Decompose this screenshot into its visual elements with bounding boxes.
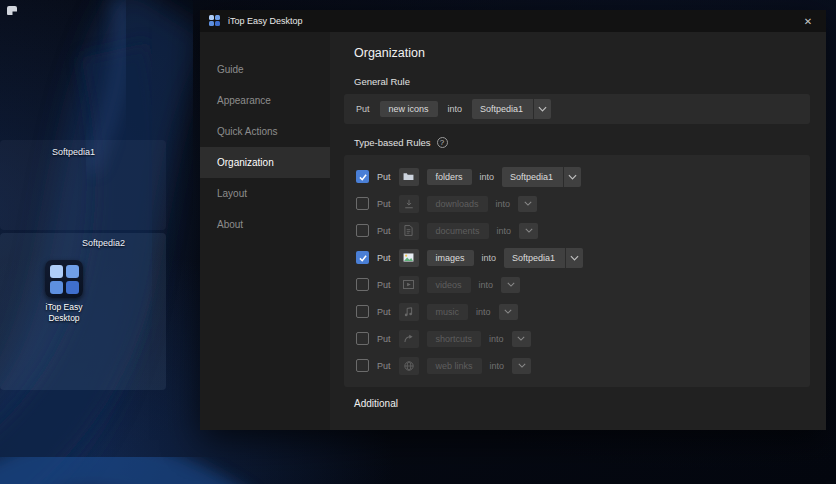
put-label: Put [377, 172, 391, 182]
into-label: into [482, 253, 497, 263]
into-label: into [496, 199, 511, 209]
type-button[interactable]: shortcuts [427, 331, 482, 347]
video-icon[interactable] [399, 276, 419, 294]
app-window: iTop Easy Desktop ✕ Guide Appearance Qui… [200, 10, 826, 430]
put-label: Put [377, 253, 391, 263]
chevron-down-icon [524, 201, 532, 206]
put-label: Put [377, 226, 391, 236]
document-icon[interactable] [399, 222, 419, 240]
chevron-down-icon [518, 363, 526, 368]
general-rule-heading: General Rule [344, 76, 810, 87]
put-label: Put [377, 280, 391, 290]
rule-dropdown-collapsed[interactable] [501, 277, 520, 293]
chevron-down-icon [507, 282, 515, 287]
desktop-box-label[interactable]: Softpedia1 [52, 147, 95, 157]
type-button[interactable]: web links [427, 358, 482, 374]
rule-row-videos: Put videos into [344, 271, 810, 298]
checkbox-unchecked[interactable] [356, 332, 369, 345]
checkbox-unchecked[interactable] [356, 278, 369, 291]
checkbox-unchecked[interactable] [356, 224, 369, 237]
type-rules-heading: Type-based Rules ? [344, 137, 810, 148]
type-button[interactable]: downloads [427, 196, 488, 212]
type-button[interactable]: music [427, 304, 469, 320]
general-rule-dropdown[interactable]: Softpedia1 [472, 99, 551, 119]
music-icon[interactable] [399, 303, 419, 321]
desktop-icon-label: iTop Easy Desktop [34, 302, 94, 324]
rule-row-folders: Put folders into Softpedia1 [344, 163, 810, 190]
put-label: Put [377, 199, 391, 209]
rule-dropdown-collapsed[interactable] [512, 331, 531, 347]
into-label: into [448, 104, 463, 114]
close-icon[interactable]: ✕ [799, 12, 817, 30]
rule-row-shortcuts: Put shortcuts into [344, 325, 810, 352]
checkbox-unchecked[interactable] [356, 305, 369, 318]
rule-dropdown[interactable]: Softpedia1 [504, 248, 583, 268]
new-icons-button[interactable]: new icons [380, 101, 438, 117]
into-label: into [497, 226, 512, 236]
type-rules-heading-text: Type-based Rules [354, 137, 431, 148]
type-rules-panel: Put folders into Softpedia1 [344, 155, 810, 387]
rule-row-images: Put images into Softpedia1 [344, 244, 810, 271]
sidebar-item-guide[interactable]: Guide [200, 54, 330, 85]
type-button[interactable]: images [427, 250, 474, 266]
into-label: into [490, 361, 505, 371]
check-icon [358, 172, 368, 182]
check-icon [358, 253, 368, 263]
chevron-down-icon [533, 99, 551, 119]
rule-row-weblinks: Put web links into [344, 352, 810, 379]
checkbox-checked[interactable] [356, 170, 369, 183]
into-label: into [476, 307, 491, 317]
rule-row-documents: Put documents into [344, 217, 810, 244]
dropdown-value: Softpedia1 [472, 99, 533, 119]
chevron-down-icon [565, 248, 583, 268]
sidebar-item-appearance[interactable]: Appearance [200, 85, 330, 116]
desktop: Softpedia1 Softpedia2 iTop Easy Desktop … [0, 0, 836, 484]
folder-icon[interactable] [399, 168, 419, 186]
page-title: Organization [344, 46, 810, 60]
type-button[interactable]: documents [427, 223, 489, 239]
dropdown-value: Softpedia1 [502, 167, 563, 187]
sidebar-item-about[interactable]: About [200, 209, 330, 240]
desktop-box-label[interactable]: Softpedia2 [82, 238, 125, 248]
app-logo-icon [209, 15, 221, 27]
rule-row-music: Put music into [344, 298, 810, 325]
general-rule-panel: Put new icons into Softpedia1 [344, 94, 810, 124]
sidebar: Guide Appearance Quick Actions Organizat… [200, 32, 330, 430]
itop-logo-icon [45, 260, 83, 298]
titlebar[interactable]: iTop Easy Desktop ✕ [200, 10, 826, 32]
type-button[interactable]: videos [427, 277, 471, 293]
image-icon[interactable] [399, 249, 419, 267]
rule-dropdown-collapsed[interactable] [499, 304, 518, 320]
rule-dropdown-collapsed[interactable] [512, 358, 531, 374]
additional-heading: Additional [344, 398, 810, 409]
into-label: into [480, 172, 495, 182]
chevron-down-icon [525, 228, 533, 233]
shortcut-arrow-icon[interactable] [399, 330, 419, 348]
chevron-down-icon [504, 309, 512, 314]
put-label: Put [356, 104, 370, 114]
put-label: Put [377, 307, 391, 317]
into-label: into [489, 334, 504, 344]
rule-dropdown-collapsed[interactable] [518, 196, 537, 212]
content-pane: Organization General Rule Put new icons … [330, 32, 826, 430]
into-label: into [479, 280, 494, 290]
checkbox-checked[interactable] [356, 251, 369, 264]
rule-dropdown-collapsed[interactable] [519, 223, 538, 239]
type-button[interactable]: folders [427, 169, 472, 185]
sidebar-item-layout[interactable]: Layout [200, 178, 330, 209]
chevron-down-icon [517, 336, 525, 341]
sidebar-item-quick-actions[interactable]: Quick Actions [200, 116, 330, 147]
desktop-icon-itop[interactable]: iTop Easy Desktop [28, 260, 100, 324]
checkbox-unchecked[interactable] [356, 197, 369, 210]
dropdown-value: Softpedia1 [504, 248, 565, 268]
chevron-down-icon [563, 167, 581, 187]
rule-dropdown[interactable]: Softpedia1 [502, 167, 581, 187]
general-rule-heading-text: General Rule [354, 76, 410, 87]
checkbox-unchecked[interactable] [356, 359, 369, 372]
put-label: Put [377, 334, 391, 344]
rule-row-downloads: Put downloads into [344, 190, 810, 217]
sidebar-item-organization[interactable]: Organization [200, 147, 330, 178]
download-icon[interactable] [399, 195, 419, 213]
globe-icon[interactable] [399, 357, 419, 375]
help-icon[interactable]: ? [437, 137, 448, 148]
